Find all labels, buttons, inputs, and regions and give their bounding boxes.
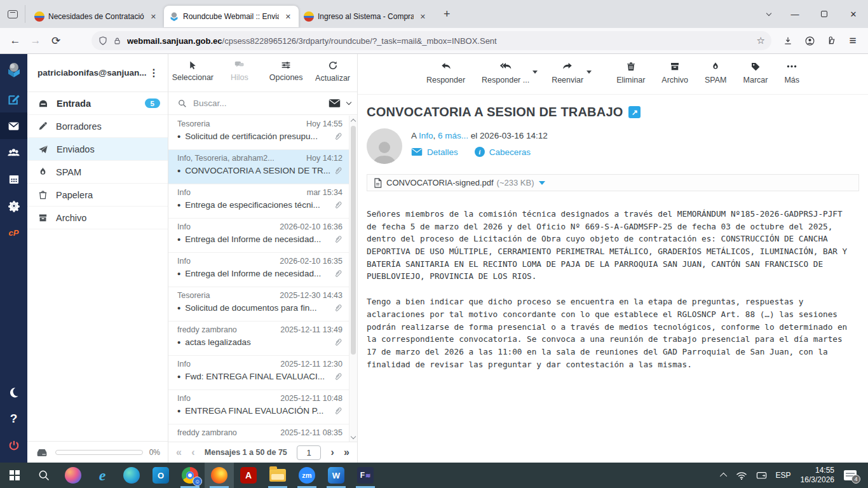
attachment-bar[interactable]: CONVOCATORIA-signed.pdf (~233 KB) <box>367 174 859 191</box>
mark-button[interactable]: Marcar <box>743 60 768 85</box>
options-button[interactable]: Opciones <box>264 60 308 82</box>
folder-borradores[interactable]: Borradores <box>27 115 168 138</box>
attachment-menu-caret-icon[interactable] <box>539 181 545 185</box>
maximize-button[interactable] <box>810 0 839 28</box>
dark-mode-moon-icon[interactable] <box>0 379 27 405</box>
first-page-button[interactable]: « <box>176 447 182 458</box>
account-kebab-icon[interactable]: ⋮ <box>146 67 161 79</box>
message-row[interactable]: Info2025-12-11 12:30 •Fwd: ENTREGA FINAL… <box>168 356 349 390</box>
url-bar[interactable]: webmail.sanjuan.gob.ec/cpsess8228965126/… <box>92 31 771 50</box>
notification-center-button[interactable]: 4 <box>839 463 864 488</box>
shield-icon[interactable] <box>98 36 108 46</box>
tab-compras[interactable]: Ingreso al Sistema - Compras Pu ✕ <box>299 6 433 27</box>
menu-icon[interactable]: ≡ <box>843 31 863 50</box>
search-options-chevron-icon[interactable] <box>346 100 351 105</box>
folder-enviados[interactable]: Enviados <box>27 138 168 161</box>
select-button[interactable]: Seleccionar <box>170 60 215 82</box>
settings-nav-button[interactable] <box>0 193 27 219</box>
search-input[interactable] <box>193 98 329 108</box>
forward-button[interactable]: Reenviar <box>552 60 583 85</box>
edge-button[interactable] <box>117 463 146 488</box>
next-page-button[interactable]: › <box>330 447 334 458</box>
attachment-name[interactable]: CONVOCATORIA-signed.pdf <box>386 178 494 187</box>
headers-toggle[interactable]: i Cabeceras <box>475 147 531 157</box>
file-explorer-button[interactable] <box>263 463 292 488</box>
folder-entrada[interactable]: Entrada 5 <box>27 92 168 115</box>
help-button[interactable]: ? <box>0 405 27 432</box>
fes-app-button[interactable]: F≋ <box>351 463 380 488</box>
url-text[interactable]: webmail.sanjuan.gob.ec/cpsess8228965126/… <box>127 36 753 46</box>
close-button[interactable]: ✕ <box>839 0 868 28</box>
tray-chevron-up-icon[interactable] <box>717 463 731 488</box>
search-scope-envelope-icon[interactable] <box>329 98 341 108</box>
bookmark-star-icon[interactable]: ☆ <box>757 35 765 46</box>
contacts-nav-button[interactable] <box>0 139 27 166</box>
to-more-link[interactable]: 6 más... <box>438 131 468 140</box>
spam-button[interactable]: SPAM <box>705 60 727 85</box>
word-button[interactable]: W <box>322 463 351 488</box>
to-recipient-link[interactable]: Info <box>419 131 433 140</box>
message-row-selected[interactable]: Info, Tesoreria, abraham2...Hoy 14:12 •C… <box>168 150 349 184</box>
folder-archivo[interactable]: Archivo <box>27 207 168 229</box>
tab-close-icon[interactable]: ✕ <box>417 11 428 22</box>
prev-page-button[interactable]: ‹ <box>191 447 194 458</box>
message-row[interactable]: Info2026-02-10 16:36 •Entrega del Inform… <box>168 219 349 253</box>
outlook-button[interactable]: O <box>146 463 175 488</box>
folder-papelera[interactable]: Papelera <box>27 184 168 207</box>
new-tab-button[interactable]: + <box>440 8 454 21</box>
copilot-button[interactable] <box>58 463 88 488</box>
scroll-thumb[interactable] <box>351 126 356 355</box>
tab-close-icon[interactable]: ✕ <box>283 11 294 22</box>
chrome-button[interactable]: ☺ <box>175 463 205 488</box>
tab-roundcube[interactable]: Roundcube Webmail :: Enviados ✕ <box>164 6 299 27</box>
message-row[interactable]: Info2026-02-10 16:35 •Entrega del Inform… <box>168 253 349 287</box>
more-button[interactable]: Más <box>784 60 799 85</box>
tab-necesidades[interactable]: Necesidades de Contratación y ✕ <box>29 6 164 27</box>
refresh-button-list[interactable]: Actualizar <box>311 60 355 83</box>
mail-nav-button[interactable] <box>0 112 27 139</box>
start-button[interactable] <box>0 463 29 488</box>
list-tabs-chevron-icon[interactable] <box>757 0 780 28</box>
message-row[interactable]: Infomar 15:34 •Entrega de especificacion… <box>168 184 349 219</box>
lock-icon[interactable] <box>112 36 122 46</box>
threads-button[interactable]: Hilos <box>217 60 262 82</box>
message-row[interactable]: freddy zambrano2025-12-11 08:35 <box>168 424 349 442</box>
account-icon[interactable] <box>799 31 820 50</box>
tab-close-icon[interactable]: ✕ <box>148 11 159 22</box>
taskbar-search-button[interactable] <box>29 463 58 488</box>
calendar-nav-button[interactable] <box>0 166 27 193</box>
cpanel-logo[interactable]: cP <box>0 219 27 246</box>
message-row[interactable]: Info2025-12-11 10:48 •ENTREGA FINAL EVAL… <box>168 390 349 424</box>
reply-button[interactable]: Responder <box>426 60 465 85</box>
message-row[interactable]: Tesoreria2025-12-30 14:43 •Solicitud de … <box>168 287 349 322</box>
last-page-button[interactable]: » <box>344 447 349 458</box>
refresh-button[interactable]: ⟳ <box>46 31 66 50</box>
scroll-up-arrow[interactable] <box>349 116 357 125</box>
page-input[interactable]: 1 <box>297 445 321 460</box>
archive-button[interactable]: Archivo <box>661 60 688 85</box>
message-row[interactable]: TesoreriaHoy 14:55 •Solicitud de certifi… <box>168 116 349 150</box>
reply-all-caret-icon[interactable] <box>532 71 538 74</box>
internet-explorer-button[interactable]: e <box>88 463 117 488</box>
forward-button[interactable]: → <box>25 31 46 50</box>
delete-button[interactable]: Eliminar <box>616 60 645 85</box>
sidebar-extension-icon[interactable] <box>821 31 841 50</box>
open-in-new-window-icon[interactable]: ↗ <box>628 106 641 118</box>
acrobat-button[interactable]: A <box>234 463 263 488</box>
firefox-button[interactable] <box>205 463 234 488</box>
back-button[interactable]: ← <box>5 31 25 50</box>
firefox-view-button[interactable] <box>6 5 25 23</box>
language-indicator[interactable]: ESP <box>771 463 796 488</box>
reply-all-button[interactable]: Responder ... <box>482 60 529 85</box>
downloads-icon[interactable] <box>778 31 798 50</box>
display-connect-icon[interactable] <box>752 463 771 488</box>
list-scrollbar[interactable] <box>349 116 357 442</box>
wifi-icon[interactable] <box>731 463 752 488</box>
minimize-button[interactable]: — <box>780 0 810 28</box>
zoom-button[interactable]: zm <box>292 463 322 488</box>
forward-caret-icon[interactable] <box>587 71 592 74</box>
details-toggle[interactable]: Detalles <box>411 147 458 157</box>
message-row[interactable]: freddy zambrano2025-12-11 13:49 •actas l… <box>168 322 349 356</box>
logout-power-button[interactable] <box>0 432 27 459</box>
folder-spam[interactable]: SPAM <box>27 161 168 184</box>
